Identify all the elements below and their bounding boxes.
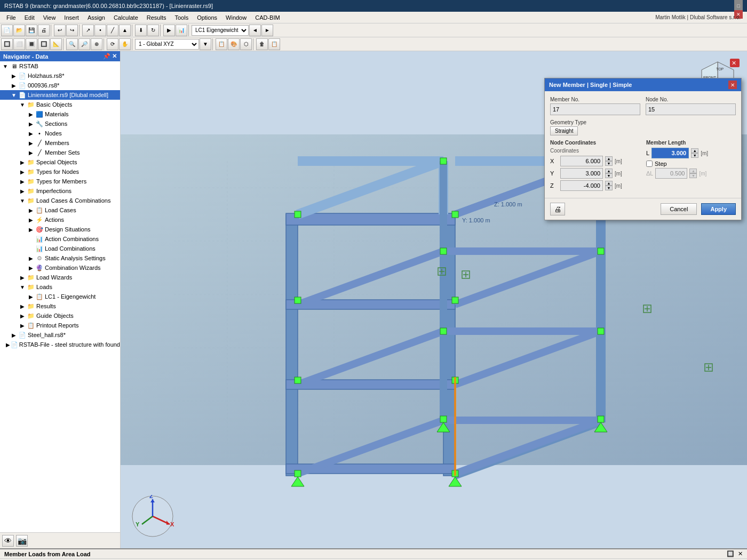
coord-system-selector[interactable]: 1 - Global XYZ [135, 39, 199, 50]
tb-open[interactable]: 📂 [13, 25, 25, 36]
tree-imperfections[interactable]: ▶ 📁 Imperfections [0, 186, 120, 196]
menu-calculate[interactable]: Calculate [109, 13, 142, 22]
tb-node[interactable]: • [94, 25, 106, 36]
load-case-selector[interactable]: LC1 Eigengewicht [192, 25, 249, 36]
tb2-wire[interactable]: ⬡ [240, 38, 252, 50]
expand-comb-wizards[interactable]: ▶ [27, 265, 35, 271]
expand-lc1[interactable]: ▶ [27, 294, 35, 300]
tb2-6[interactable]: 🔍 [66, 38, 78, 50]
menu-file[interactable]: File [2, 13, 20, 22]
tree-lc1[interactable]: ▶ 📋 LC1 - Eigengewicht [0, 292, 120, 301]
tree-linienraster[interactable]: ▼ 📄 Linienraster.rs9 [Dlubal modell] [0, 90, 120, 100]
tree-steel-hall[interactable]: ▶ 📄 Steel_hall.rs8* [0, 330, 120, 340]
tree-types-members[interactable]: ▶ 📁 Types for Members [0, 177, 120, 186]
expand-types-members[interactable]: ▶ [18, 179, 27, 185]
expand-printout[interactable]: ▶ [18, 323, 27, 329]
menu-view[interactable]: View [39, 13, 60, 22]
tb-new[interactable]: 📄 [1, 25, 13, 36]
geometry-type-btn[interactable]: Straight [550, 126, 578, 135]
tb-save[interactable]: 💾 [26, 25, 37, 36]
expand-sections[interactable]: ▶ [27, 121, 35, 127]
menu-window[interactable]: Window [221, 13, 251, 22]
expand-lcc[interactable]: ▼ [18, 198, 27, 204]
expand-results[interactable]: ▶ [18, 303, 27, 309]
tb-support[interactable]: ▲ [119, 25, 131, 36]
tb2-pan[interactable]: ✋ [119, 38, 131, 50]
node-no-input[interactable] [646, 103, 736, 115]
expand-materials[interactable]: ▶ [27, 111, 35, 117]
z-spin-up[interactable]: ▲ [605, 181, 613, 186]
tree-rstab[interactable]: ▼ 🖥 RSTAB [0, 61, 120, 71]
dialog-close-btn[interactable]: ✕ [728, 81, 737, 89]
tb-redo[interactable]: ↪ [66, 25, 78, 36]
tree-load-cases-combinations[interactable]: ▼ 📁 Load Cases & Combinations [0, 196, 120, 205]
expand-guide-objects[interactable]: ▶ [18, 313, 27, 319]
menu-results[interactable]: Results [142, 13, 171, 22]
tree-member-sets[interactable]: ▶ ╱ Member Sets [0, 148, 120, 157]
expand-linienraster[interactable]: ▼ [10, 92, 18, 98]
tb-select[interactable]: ↗ [82, 25, 94, 36]
tb-member[interactable]: ╱ [107, 25, 118, 36]
tb2-2[interactable]: ⬜ [13, 38, 25, 50]
tree-load-cases[interactable]: ▶ 📋 Load Cases [0, 205, 120, 215]
tree-rstab-file[interactable]: ▶ 📄 RSTAB-File - steel structure with fo… [0, 340, 120, 349]
tb-print[interactable]: 🖨 [38, 25, 50, 36]
tree-holzhaus[interactable]: ▶ 📄 Holzhaus.rs8* [0, 71, 120, 81]
expand-rstab[interactable]: ▼ [1, 63, 10, 69]
nav-pin[interactable]: 📌 [103, 53, 110, 59]
apply-button[interactable]: Apply [701, 203, 736, 215]
tb2-disp[interactable]: 📋 [216, 38, 227, 50]
cancel-button[interactable]: Cancel [661, 203, 697, 215]
expand-design-sit[interactable]: ▶ [27, 227, 35, 233]
dl-spin-up[interactable]: ▲ [689, 169, 697, 173]
menu-cad-bim[interactable]: CAD-BIM [251, 13, 284, 22]
expand-load-wizards[interactable]: ▶ [18, 275, 27, 281]
z-spin-down[interactable]: ▼ [605, 186, 613, 190]
tb-nav-prev[interactable]: ◄ [249, 25, 261, 36]
tb2-cs-menu[interactable]: ▼ [200, 38, 211, 50]
tb-undo[interactable]: ↩ [54, 25, 66, 36]
tree-nodes[interactable]: ▶ • Nodes [0, 129, 120, 138]
member-no-input[interactable] [550, 103, 640, 115]
tb-load[interactable]: ⬇ [135, 25, 147, 36]
tb-nav-next[interactable]: ► [261, 25, 273, 36]
step-checkbox[interactable] [646, 161, 653, 167]
tree-static-analysis[interactable]: ▶ ⚙ Static Analysis Settings [0, 253, 120, 263]
expand-holzhaus[interactable]: ▶ [10, 73, 18, 79]
tb2-render[interactable]: 🎨 [228, 38, 240, 50]
expand-actions[interactable]: ▶ [27, 217, 35, 223]
dl-spin-down[interactable]: ▼ [689, 173, 697, 178]
tb2-8[interactable]: ⊕ [91, 38, 102, 50]
tree-basic-objects[interactable]: ▼ 📁 Basic Objects [0, 100, 120, 109]
expand-imperfections[interactable]: ▶ [18, 188, 27, 194]
menu-assign[interactable]: Assign [83, 13, 109, 22]
expand-basic-objects[interactable]: ▼ [18, 102, 27, 108]
expand-static-analysis[interactable]: ▶ [27, 255, 35, 261]
tb2-4[interactable]: 🔲 [38, 38, 50, 50]
tb2-delete[interactable]: 🗑 [256, 38, 268, 50]
maximize-btn[interactable]: □ [734, 2, 743, 10]
expand-load-cases[interactable]: ▶ [27, 207, 35, 213]
tb-results[interactable]: 📊 [176, 25, 187, 36]
tree-design-situations[interactable]: ▶ 🎯 Design Situations [0, 225, 120, 234]
l-spin-up[interactable]: ▲ [691, 148, 698, 153]
menu-options[interactable]: Options [193, 13, 221, 22]
tree-members[interactable]: ▶ ╱ Members [0, 138, 120, 148]
dialog-icon-btn[interactable]: 🖨 [550, 203, 565, 215]
expand-types-nodes[interactable]: ▶ [18, 169, 27, 175]
y-input[interactable] [560, 168, 603, 179]
tb-moment[interactable]: ↻ [147, 25, 159, 36]
expand-rstab-file[interactable]: ▶ [5, 342, 10, 348]
x-spin-down[interactable]: ▼ [605, 161, 613, 166]
tb2-5[interactable]: 📐 [50, 38, 62, 50]
expand-special-objects[interactable]: ▶ [18, 159, 27, 165]
nav-close[interactable]: ✕ [112, 53, 117, 59]
expand-members[interactable]: ▶ [27, 140, 35, 146]
tb2-copy[interactable]: 📋 [268, 38, 280, 50]
expand-steel-hall[interactable]: ▶ [10, 332, 18, 338]
tb2-1[interactable]: 🔲 [1, 38, 13, 50]
expand-nodes[interactable]: ▶ [27, 131, 35, 137]
tree-load-wizards[interactable]: ▶ 📁 Load Wizards [0, 273, 120, 282]
tree-special-objects[interactable]: ▶ 📁 Special Objects [0, 157, 120, 167]
tree-results[interactable]: ▶ 📁 Results [0, 301, 120, 311]
